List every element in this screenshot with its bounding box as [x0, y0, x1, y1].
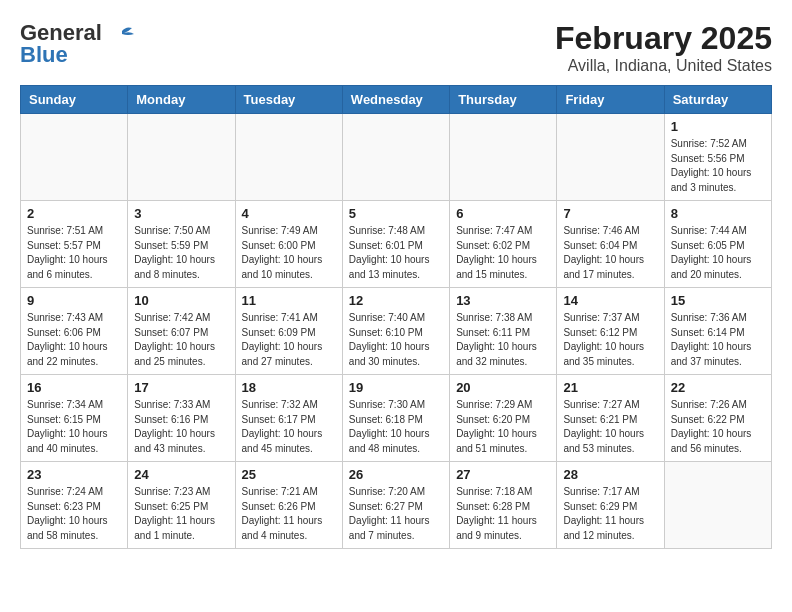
calendar-cell: 16Sunrise: 7:34 AM Sunset: 6:15 PM Dayli… [21, 375, 128, 462]
logo-bird-icon [108, 26, 136, 46]
calendar-cell [664, 462, 771, 549]
day-number: 8 [671, 206, 765, 221]
calendar-cell [342, 114, 449, 201]
day-info: Sunrise: 7:44 AM Sunset: 6:05 PM Dayligh… [671, 224, 765, 282]
calendar-cell: 24Sunrise: 7:23 AM Sunset: 6:25 PM Dayli… [128, 462, 235, 549]
day-number: 5 [349, 206, 443, 221]
day-info: Sunrise: 7:21 AM Sunset: 6:26 PM Dayligh… [242, 485, 336, 543]
day-info: Sunrise: 7:38 AM Sunset: 6:11 PM Dayligh… [456, 311, 550, 369]
day-number: 21 [563, 380, 657, 395]
day-number: 1 [671, 119, 765, 134]
day-number: 13 [456, 293, 550, 308]
day-info: Sunrise: 7:34 AM Sunset: 6:15 PM Dayligh… [27, 398, 121, 456]
calendar-cell: 10Sunrise: 7:42 AM Sunset: 6:07 PM Dayli… [128, 288, 235, 375]
header-friday: Friday [557, 86, 664, 114]
day-number: 19 [349, 380, 443, 395]
week-row-3: 16Sunrise: 7:34 AM Sunset: 6:15 PM Dayli… [21, 375, 772, 462]
day-info: Sunrise: 7:17 AM Sunset: 6:29 PM Dayligh… [563, 485, 657, 543]
day-number: 10 [134, 293, 228, 308]
day-info: Sunrise: 7:23 AM Sunset: 6:25 PM Dayligh… [134, 485, 228, 543]
day-info: Sunrise: 7:52 AM Sunset: 5:56 PM Dayligh… [671, 137, 765, 195]
day-number: 26 [349, 467, 443, 482]
day-number: 15 [671, 293, 765, 308]
day-number: 11 [242, 293, 336, 308]
calendar-cell: 18Sunrise: 7:32 AM Sunset: 6:17 PM Dayli… [235, 375, 342, 462]
calendar-cell: 17Sunrise: 7:33 AM Sunset: 6:16 PM Dayli… [128, 375, 235, 462]
week-row-4: 23Sunrise: 7:24 AM Sunset: 6:23 PM Dayli… [21, 462, 772, 549]
day-number: 12 [349, 293, 443, 308]
day-info: Sunrise: 7:20 AM Sunset: 6:27 PM Dayligh… [349, 485, 443, 543]
day-info: Sunrise: 7:30 AM Sunset: 6:18 PM Dayligh… [349, 398, 443, 456]
calendar-cell: 11Sunrise: 7:41 AM Sunset: 6:09 PM Dayli… [235, 288, 342, 375]
day-info: Sunrise: 7:43 AM Sunset: 6:06 PM Dayligh… [27, 311, 121, 369]
logo-blue: Blue [20, 42, 68, 68]
day-info: Sunrise: 7:49 AM Sunset: 6:00 PM Dayligh… [242, 224, 336, 282]
day-number: 6 [456, 206, 550, 221]
day-number: 17 [134, 380, 228, 395]
calendar-cell [21, 114, 128, 201]
day-info: Sunrise: 7:50 AM Sunset: 5:59 PM Dayligh… [134, 224, 228, 282]
header-monday: Monday [128, 86, 235, 114]
calendar-cell: 15Sunrise: 7:36 AM Sunset: 6:14 PM Dayli… [664, 288, 771, 375]
header-wednesday: Wednesday [342, 86, 449, 114]
day-number: 20 [456, 380, 550, 395]
calendar-cell [450, 114, 557, 201]
day-number: 24 [134, 467, 228, 482]
page-header: General Blue February 2025 Avilla, India… [20, 20, 772, 75]
day-info: Sunrise: 7:37 AM Sunset: 6:12 PM Dayligh… [563, 311, 657, 369]
day-info: Sunrise: 7:26 AM Sunset: 6:22 PM Dayligh… [671, 398, 765, 456]
calendar-cell: 6Sunrise: 7:47 AM Sunset: 6:02 PM Daylig… [450, 201, 557, 288]
calendar-cell: 9Sunrise: 7:43 AM Sunset: 6:06 PM Daylig… [21, 288, 128, 375]
day-info: Sunrise: 7:32 AM Sunset: 6:17 PM Dayligh… [242, 398, 336, 456]
day-info: Sunrise: 7:33 AM Sunset: 6:16 PM Dayligh… [134, 398, 228, 456]
day-info: Sunrise: 7:41 AM Sunset: 6:09 PM Dayligh… [242, 311, 336, 369]
day-info: Sunrise: 7:47 AM Sunset: 6:02 PM Dayligh… [456, 224, 550, 282]
day-info: Sunrise: 7:40 AM Sunset: 6:10 PM Dayligh… [349, 311, 443, 369]
day-number: 16 [27, 380, 121, 395]
calendar-cell: 12Sunrise: 7:40 AM Sunset: 6:10 PM Dayli… [342, 288, 449, 375]
calendar-cell [128, 114, 235, 201]
calendar-cell: 27Sunrise: 7:18 AM Sunset: 6:28 PM Dayli… [450, 462, 557, 549]
calendar-cell: 22Sunrise: 7:26 AM Sunset: 6:22 PM Dayli… [664, 375, 771, 462]
calendar-cell: 21Sunrise: 7:27 AM Sunset: 6:21 PM Dayli… [557, 375, 664, 462]
header-sunday: Sunday [21, 86, 128, 114]
day-number: 14 [563, 293, 657, 308]
week-row-2: 9Sunrise: 7:43 AM Sunset: 6:06 PM Daylig… [21, 288, 772, 375]
day-number: 23 [27, 467, 121, 482]
calendar-cell: 5Sunrise: 7:48 AM Sunset: 6:01 PM Daylig… [342, 201, 449, 288]
calendar-cell: 14Sunrise: 7:37 AM Sunset: 6:12 PM Dayli… [557, 288, 664, 375]
calendar-subtitle: Avilla, Indiana, United States [555, 57, 772, 75]
header-row: SundayMondayTuesdayWednesdayThursdayFrid… [21, 86, 772, 114]
day-number: 25 [242, 467, 336, 482]
calendar-cell: 26Sunrise: 7:20 AM Sunset: 6:27 PM Dayli… [342, 462, 449, 549]
title-block: February 2025 Avilla, Indiana, United St… [555, 20, 772, 75]
day-number: 3 [134, 206, 228, 221]
day-number: 18 [242, 380, 336, 395]
calendar-cell: 19Sunrise: 7:30 AM Sunset: 6:18 PM Dayli… [342, 375, 449, 462]
day-info: Sunrise: 7:29 AM Sunset: 6:20 PM Dayligh… [456, 398, 550, 456]
day-info: Sunrise: 7:46 AM Sunset: 6:04 PM Dayligh… [563, 224, 657, 282]
calendar-table: SundayMondayTuesdayWednesdayThursdayFrid… [20, 85, 772, 549]
calendar-cell: 2Sunrise: 7:51 AM Sunset: 5:57 PM Daylig… [21, 201, 128, 288]
calendar-cell: 23Sunrise: 7:24 AM Sunset: 6:23 PM Dayli… [21, 462, 128, 549]
header-saturday: Saturday [664, 86, 771, 114]
calendar-cell: 20Sunrise: 7:29 AM Sunset: 6:20 PM Dayli… [450, 375, 557, 462]
day-number: 27 [456, 467, 550, 482]
calendar-cell: 3Sunrise: 7:50 AM Sunset: 5:59 PM Daylig… [128, 201, 235, 288]
calendar-cell: 8Sunrise: 7:44 AM Sunset: 6:05 PM Daylig… [664, 201, 771, 288]
header-thursday: Thursday [450, 86, 557, 114]
day-info: Sunrise: 7:24 AM Sunset: 6:23 PM Dayligh… [27, 485, 121, 543]
day-info: Sunrise: 7:51 AM Sunset: 5:57 PM Dayligh… [27, 224, 121, 282]
day-number: 4 [242, 206, 336, 221]
day-info: Sunrise: 7:36 AM Sunset: 6:14 PM Dayligh… [671, 311, 765, 369]
calendar-cell: 1Sunrise: 7:52 AM Sunset: 5:56 PM Daylig… [664, 114, 771, 201]
day-info: Sunrise: 7:48 AM Sunset: 6:01 PM Dayligh… [349, 224, 443, 282]
day-number: 9 [27, 293, 121, 308]
header-tuesday: Tuesday [235, 86, 342, 114]
calendar-cell: 7Sunrise: 7:46 AM Sunset: 6:04 PM Daylig… [557, 201, 664, 288]
day-info: Sunrise: 7:18 AM Sunset: 6:28 PM Dayligh… [456, 485, 550, 543]
calendar-title: February 2025 [555, 20, 772, 57]
day-number: 22 [671, 380, 765, 395]
logo: General Blue [20, 20, 136, 68]
calendar-cell [235, 114, 342, 201]
